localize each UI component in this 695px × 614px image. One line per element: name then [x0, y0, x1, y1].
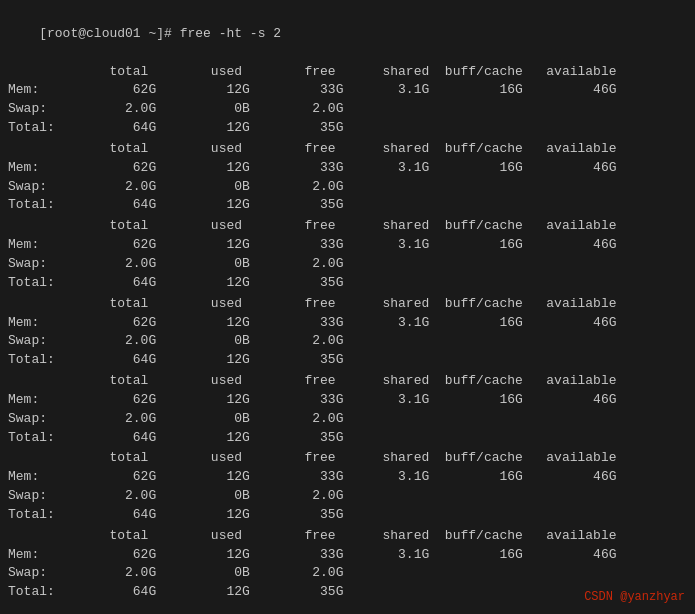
table-header-4: total used free shared buff/cache availa…: [8, 372, 687, 391]
swap-row-1: Swap: 2.0G 0B 2.0G: [8, 178, 687, 197]
table-header-5: total used free shared buff/cache availa…: [8, 449, 687, 468]
swap-row-3: Swap: 2.0G 0B 2.0G: [8, 332, 687, 351]
free-table-1: total used free shared buff/cache availa…: [8, 140, 687, 215]
free-table-4: total used free shared buff/cache availa…: [8, 372, 687, 447]
mem-row-4: Mem: 62G 12G 33G 3.1G 16G 46G: [8, 391, 687, 410]
mem-row-3: Mem: 62G 12G 33G 3.1G 16G 46G: [8, 314, 687, 333]
ctrl-c-line: ^C: [8, 604, 687, 614]
total-row-4: Total: 64G 12G 35G: [8, 429, 687, 448]
free-table-0: total used free shared buff/cache availa…: [8, 63, 687, 138]
command-text: free -ht -s 2: [180, 26, 281, 41]
total-row-3: Total: 64G 12G 35G: [8, 351, 687, 370]
mem-row-1: Mem: 62G 12G 33G 3.1G 16G 46G: [8, 159, 687, 178]
mem-row-6: Mem: 62G 12G 33G 3.1G 16G 46G: [8, 546, 687, 565]
swap-row-0: Swap: 2.0G 0B 2.0G: [8, 100, 687, 119]
terminal-window: [root@cloud01 ~]# free -ht -s 2 total us…: [0, 0, 695, 614]
table-header-1: total used free shared buff/cache availa…: [8, 140, 687, 159]
table-header-0: total used free shared buff/cache availa…: [8, 63, 687, 82]
total-row-5: Total: 64G 12G 35G: [8, 506, 687, 525]
table-header-3: total used free shared buff/cache availa…: [8, 295, 687, 314]
table-header-2: total used free shared buff/cache availa…: [8, 217, 687, 236]
free-table-2: total used free shared buff/cache availa…: [8, 217, 687, 292]
swap-row-2: Swap: 2.0G 0B 2.0G: [8, 255, 687, 274]
tables-container: total used free shared buff/cache availa…: [8, 63, 687, 603]
swap-row-4: Swap: 2.0G 0B 2.0G: [8, 410, 687, 429]
mem-row-2: Mem: 62G 12G 33G 3.1G 16G 46G: [8, 236, 687, 255]
mem-row-0: Mem: 62G 12G 33G 3.1G 16G 46G: [8, 81, 687, 100]
total-row-0: Total: 64G 12G 35G: [8, 119, 687, 138]
free-table-3: total used free shared buff/cache availa…: [8, 295, 687, 370]
total-row-1: Total: 64G 12G 35G: [8, 196, 687, 215]
total-row-2: Total: 64G 12G 35G: [8, 274, 687, 293]
mem-row-5: Mem: 62G 12G 33G 3.1G 16G 46G: [8, 468, 687, 487]
swap-row-5: Swap: 2.0G 0B 2.0G: [8, 487, 687, 506]
free-table-5: total used free shared buff/cache availa…: [8, 449, 687, 524]
watermark: CSDN @yanzhyar: [584, 590, 685, 604]
swap-row-6: Swap: 2.0G 0B 2.0G: [8, 564, 687, 583]
prompt-1: [root@cloud01 ~]#: [39, 26, 179, 41]
table-header-6: total used free shared buff/cache availa…: [8, 527, 687, 546]
initial-command-line: [root@cloud01 ~]# free -ht -s 2: [8, 6, 687, 63]
